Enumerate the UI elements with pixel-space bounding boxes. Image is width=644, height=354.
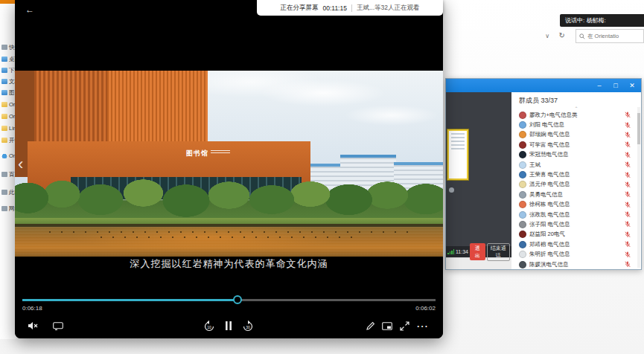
mic-muted-icon[interactable]	[625, 141, 631, 148]
member-row[interactable]: 徐柯栋 电气信息	[511, 200, 641, 210]
exit-button[interactable]: 退出	[470, 243, 485, 260]
avatar	[519, 161, 526, 169]
chevron-down-icon[interactable]: ∨	[545, 33, 549, 39]
explorer-nav-item[interactable]: 桌面	[1, 54, 16, 64]
member-row[interactable]: 王斌	[511, 160, 641, 170]
fullscreen-button[interactable]	[397, 318, 412, 333]
explorer-nav-item[interactable]: 此电脑	[1, 187, 16, 197]
back-arrow-icon[interactable]: ←	[25, 4, 34, 15]
member-name: 朱明折 电气信息	[529, 251, 622, 258]
member-row[interactable]: 赵益阳 20电气	[511, 230, 641, 239]
mute-button[interactable]	[25, 318, 40, 333]
chevron-left-icon[interactable]: ‹	[18, 156, 23, 173]
minimize-button[interactable]: –	[595, 79, 604, 92]
explorer-nav-item[interactable]: OneDr	[1, 151, 16, 161]
folder-icon	[1, 68, 7, 73]
explorer-search-box[interactable]	[576, 29, 644, 43]
file-explorer-nav-pane: 快速访 桌面 下载 文档 图片 Orie	[0, 19, 16, 339]
explorer-nav-item[interactable]: 百度网	[1, 170, 16, 179]
edit-button[interactable]	[363, 318, 377, 333]
library-sign: 图书馆	[186, 149, 230, 158]
explorer-nav-item[interactable]: 图片	[1, 88, 16, 97]
explorer-nav-item[interactable]: 文档	[1, 77, 16, 86]
seek-handle[interactable]	[233, 295, 242, 304]
pause-button[interactable]	[221, 318, 236, 333]
member-name: 张政凯 电气信息	[529, 211, 622, 219]
maximize-button[interactable]: □	[611, 79, 620, 92]
member-row[interactable]: 宋冠慧电气信息	[511, 150, 641, 160]
members-pane: 群成员 33/37 ⌃ 廖政力+电气信息类	[511, 92, 641, 269]
shared-document-thumbnail[interactable]	[447, 129, 468, 180]
skip-back-10-button[interactable]: 10	[202, 318, 217, 333]
share-status-text: 正在分享屏幕	[280, 4, 318, 13]
member-row[interactable]: 郑靖榕 电气信息	[511, 239, 641, 249]
explorer-nav-item[interactable]: Orien	[1, 100, 16, 109]
explorer-nav-item[interactable]: Link2	[1, 123, 16, 133]
close-button[interactable]: ✕	[628, 79, 637, 92]
avatar	[519, 141, 526, 149]
player-controls: 0:06:18 0:06:02	[15, 293, 443, 338]
mic-muted-icon[interactable]	[625, 181, 631, 188]
call-control-bar: 11:34 退出 结束通话	[446, 246, 511, 257]
mic-muted-icon[interactable]	[625, 132, 631, 138]
member-name: 邵瑞娴 电气信息	[529, 131, 622, 138]
mic-muted-icon[interactable]	[625, 152, 631, 158]
mic-muted-icon[interactable]	[625, 211, 631, 218]
member-row[interactable]: 廖政力+电气信息类	[511, 110, 641, 120]
member-name: 刘阳 电气信息	[529, 121, 622, 129]
end-call-button[interactable]: 结束通话	[487, 243, 510, 261]
mic-muted-icon[interactable]	[625, 261, 631, 268]
folder-icon	[1, 57, 7, 62]
member-name: 徐柯栋 电气信息	[529, 201, 622, 208]
mic-muted-icon[interactable]	[625, 221, 631, 228]
explorer-nav-item[interactable]: 开学	[1, 135, 16, 145]
mic-muted-icon[interactable]	[625, 191, 631, 198]
folder-icon	[1, 126, 7, 131]
member-name: 可学富 电气信息	[529, 141, 622, 149]
member-row[interactable]: 朱明折 电气信息	[511, 249, 641, 259]
scrollbar-thumb[interactable]	[637, 113, 640, 144]
skip-forward-30-button[interactable]: 30	[240, 318, 255, 333]
call-duration: 11:34	[456, 249, 468, 254]
mic-muted-icon[interactable]	[625, 172, 631, 178]
member-row[interactable]: 张子阳 电气信息	[511, 219, 641, 229]
member-row[interactable]: 温元仲 电气信息	[511, 180, 641, 190]
mic-muted-icon[interactable]	[625, 251, 631, 258]
explorer-nav-item[interactable]: 网络	[1, 204, 16, 213]
avatar	[519, 191, 526, 199]
mini-player-button[interactable]	[380, 318, 395, 333]
members-scrollbar[interactable]	[637, 107, 640, 268]
screen-share-status-pill: 正在分享屏幕 00:11:15 王斌...等32人正在观看	[257, 0, 443, 16]
refresh-icon[interactable]: ↻	[559, 31, 565, 39]
member-row[interactable]: 陈媛淇电气信息	[511, 260, 641, 269]
member-row[interactable]: 王荣喜 电气信息	[511, 170, 641, 179]
members-list: 廖政力+电气信息类 刘阳 电气信息	[511, 110, 641, 269]
member-row[interactable]: 邵瑞娴 电气信息	[511, 130, 641, 140]
search-input[interactable]	[587, 33, 640, 39]
speaking-indicator-tooltip: 说话中: 杨郁梅:	[560, 14, 644, 27]
player-button-row: 10 30	[15, 315, 443, 336]
mic-muted-icon[interactable]	[625, 122, 631, 129]
explorer-nav-item[interactable]: 快速访	[1, 42, 16, 52]
member-row[interactable]: 可学富 电气信息	[511, 140, 641, 149]
mic-muted-icon[interactable]	[625, 161, 631, 168]
explorer-nav-item[interactable]: 下载	[1, 65, 16, 75]
mic-muted-icon[interactable]	[625, 112, 631, 118]
more-options-button[interactable]: ⋯	[415, 318, 430, 333]
seek-bar[interactable]	[22, 299, 436, 301]
member-row[interactable]: 吴勇电气信息	[511, 190, 641, 199]
member-row[interactable]: 张政凯 电气信息	[511, 210, 641, 219]
video-stage[interactable]: 图书馆 深入挖掘以红岩精神为代表的革命文化内涵 ‹	[15, 19, 443, 294]
avatar	[519, 251, 526, 258]
mic-muted-icon[interactable]	[625, 231, 631, 238]
member-name: 郑靖榕 电气信息	[529, 241, 622, 248]
member-row[interactable]: 刘阳 电气信息	[511, 120, 641, 129]
avatar	[519, 131, 526, 138]
call-window-body: 11:34 退出 结束通话 群成员 33/37 ⌃ 廖政力+电气信息类	[446, 92, 641, 269]
subtitles-button[interactable]	[51, 318, 66, 333]
explorer-nav-item[interactable]: Orien	[1, 112, 16, 121]
mic-muted-icon[interactable]	[625, 241, 631, 248]
library-sign-text: 图书馆	[186, 149, 208, 158]
mic-muted-icon[interactable]	[625, 202, 631, 208]
gear-icon[interactable]	[449, 187, 454, 193]
